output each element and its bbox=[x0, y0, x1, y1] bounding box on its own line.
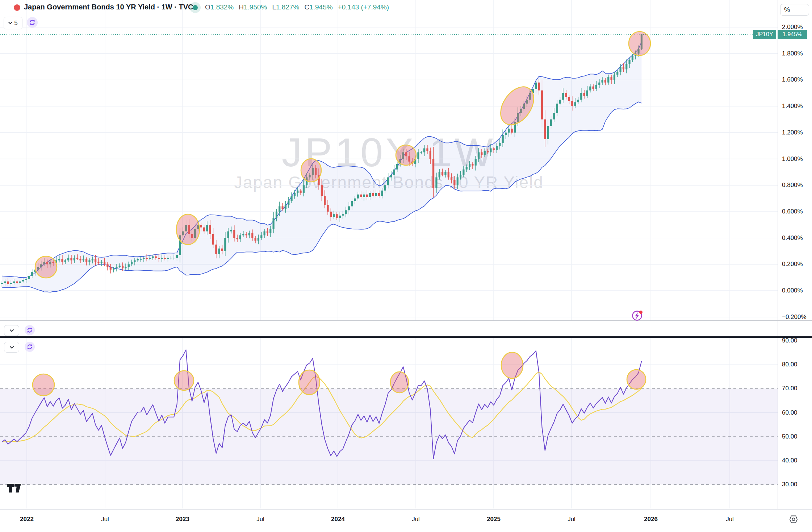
circular-arrows-icon bbox=[26, 343, 34, 351]
annotation-ellipse[interactable] bbox=[174, 371, 194, 390]
price-tick-label: 0.400% bbox=[782, 234, 803, 242]
ohlc-values: O1.832% H1.950% L1.827% C1.945% +0.143 (… bbox=[205, 3, 389, 11]
annotation-ellipse[interactable] bbox=[35, 256, 57, 278]
time-tick-label: Jul bbox=[89, 516, 121, 523]
price-tick-label: 1.800% bbox=[782, 50, 803, 57]
time-tick-label: Jul bbox=[713, 516, 746, 523]
annotation-ellipse[interactable] bbox=[627, 370, 646, 389]
rsi-tick-label: 70.00 bbox=[782, 385, 798, 392]
chevron-down-icon bbox=[10, 329, 14, 332]
rsi-band bbox=[0, 388, 778, 485]
price-tick-label: 0.200% bbox=[782, 261, 803, 268]
annotation-ellipse[interactable] bbox=[501, 352, 523, 378]
time-tick-label: 2022 bbox=[11, 516, 43, 523]
rsi-tick-label: 50.00 bbox=[782, 433, 798, 440]
price-tick-label: 1.200% bbox=[782, 129, 803, 136]
price-tick-label: −0.200% bbox=[782, 313, 807, 321]
legend-collapse-button[interactable]: 5 bbox=[4, 17, 22, 29]
source-dot-icon bbox=[190, 2, 201, 13]
pane2-sync-icon[interactable] bbox=[25, 325, 35, 335]
time-tick-label: 2026 bbox=[635, 516, 667, 523]
symbol-title[interactable]: Japan Government Bonds 10 YR Yield · 1W … bbox=[24, 3, 193, 11]
chart-canvas[interactable] bbox=[0, 0, 812, 532]
price-tick-label: 0.800% bbox=[782, 182, 803, 189]
circular-arrows-icon bbox=[26, 326, 34, 334]
chart-window: JP10Y 1W Japan Government Bonds 10 YR Yi… bbox=[0, 0, 812, 532]
symbol-status-dot-icon bbox=[14, 4, 20, 11]
annotation-ellipse[interactable] bbox=[176, 214, 200, 245]
symbol-price-chip: JP10Y bbox=[753, 30, 777, 39]
pane2-collapse-button[interactable] bbox=[4, 325, 19, 336]
scale-unit-button[interactable]: % bbox=[780, 4, 809, 16]
pane-separator[interactable] bbox=[0, 320, 812, 321]
price-tick-label: 1.600% bbox=[782, 76, 803, 83]
scale-unit-label: % bbox=[784, 6, 790, 14]
bollinger-bands[interactable] bbox=[2, 42, 641, 292]
time-tick-label: Jul bbox=[399, 516, 432, 523]
tradingview-logo-icon[interactable] bbox=[7, 483, 22, 495]
rsi-tick-label: 60.00 bbox=[782, 409, 798, 416]
time-tick-label: 2023 bbox=[166, 516, 199, 523]
price-tick-label: 1.000% bbox=[782, 155, 803, 163]
time-tick-label: 2025 bbox=[477, 516, 510, 523]
annotation-ellipse[interactable] bbox=[629, 32, 650, 55]
indicator-count: 5 bbox=[14, 20, 17, 27]
rsi-tick-label: 30.00 bbox=[782, 481, 798, 488]
scale-settings-icon[interactable] bbox=[789, 515, 798, 525]
circular-arrows-icon bbox=[28, 18, 37, 27]
rsi-tick-label: 80.00 bbox=[782, 361, 798, 368]
rsi-tick-label: 90.00 bbox=[782, 337, 798, 344]
time-scale[interactable]: 2022Jul2023Jul2024Jul2025Jul2026Jul bbox=[0, 509, 812, 532]
annotation-ellipse[interactable] bbox=[299, 370, 320, 395]
time-tick-label: 2024 bbox=[322, 516, 354, 523]
price-scale[interactable]: % 2.000%1.800%1.600%1.400%1.200%1.000%0.… bbox=[778, 0, 812, 532]
price-tick-label: 1.400% bbox=[782, 103, 803, 110]
annotation-ellipse[interactable] bbox=[390, 372, 409, 393]
annotation-ellipse[interactable] bbox=[33, 374, 54, 396]
time-tick-label: Jul bbox=[555, 516, 588, 523]
last-price-chip: 1.945% bbox=[778, 30, 807, 39]
notification-dot-icon bbox=[639, 311, 643, 314]
rsi-pane-collapse-button[interactable] bbox=[4, 342, 19, 353]
sync-icon[interactable] bbox=[27, 17, 38, 28]
rsi-pane-sync-icon[interactable] bbox=[25, 342, 35, 352]
annotation-ellipse[interactable] bbox=[301, 159, 321, 182]
chevron-down-icon bbox=[10, 346, 14, 349]
change-value: +0.143 (+7.94%) bbox=[338, 3, 389, 11]
chevron-down-icon bbox=[8, 22, 12, 24]
price-tick-label: 0.000% bbox=[782, 287, 803, 294]
annotation-ellipse[interactable] bbox=[396, 145, 416, 165]
market-status-icon[interactable] bbox=[631, 309, 644, 321]
rsi-tick-label: 40.00 bbox=[782, 457, 798, 464]
time-tick-label: Jul bbox=[244, 516, 277, 523]
price-tick-label: 0.600% bbox=[782, 208, 803, 215]
pane-separator-active[interactable] bbox=[0, 336, 812, 338]
